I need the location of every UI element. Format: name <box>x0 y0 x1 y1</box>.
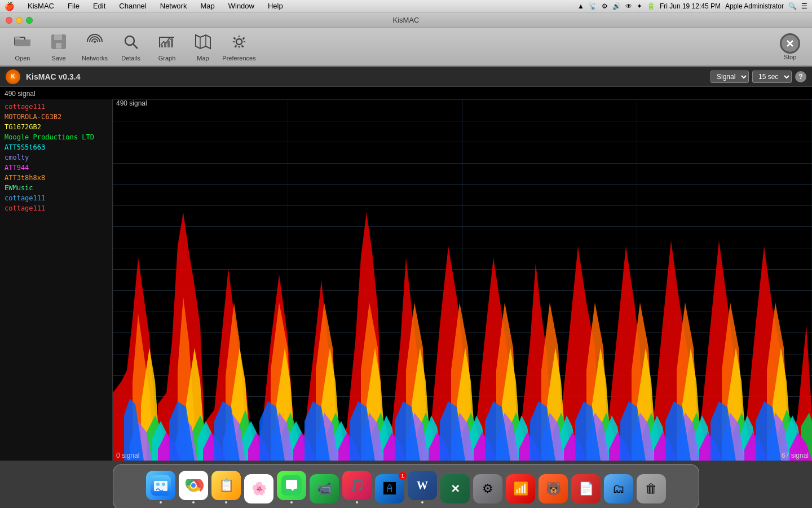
finder-icon[interactable] <box>146 471 175 500</box>
menu-window[interactable]: Window <box>226 2 257 10</box>
graph-icon <box>158 33 176 54</box>
legend-item-att3t8[interactable]: ATT3t8h8x8 <box>0 173 112 183</box>
svg-rect-4 <box>56 43 61 49</box>
legend-item-cmolty[interactable]: cmolty <box>0 152 112 163</box>
dock-item-wifi[interactable]: 📶 <box>506 474 535 503</box>
dock-item-facetime[interactable]: 📹 <box>310 474 339 503</box>
pdf-icon[interactable]: 📄 <box>571 474 601 503</box>
traffic-lights <box>6 17 33 24</box>
details-label: Details <box>121 55 140 62</box>
dock-item-sysprefs[interactable]: ⚙ <box>473 474 502 503</box>
notes-dot <box>225 501 227 503</box>
graph-button[interactable]: Graph <box>150 30 184 63</box>
menu-help[interactable]: Help <box>266 2 285 10</box>
legend-item-cottage111-3[interactable]: cottage111 <box>0 203 112 213</box>
legend-item-motorola[interactable]: MOTOROLA-C63B2 <box>0 112 112 122</box>
dock-item-messages[interactable] <box>277 471 306 503</box>
legend-item-att944[interactable]: ATT944 <box>0 163 112 173</box>
minimize-button[interactable] <box>16 17 23 24</box>
apple-menu[interactable]: 🍎 <box>5 2 14 11</box>
menu-kismac[interactable]: KisMAC <box>25 2 56 10</box>
wifi-icon[interactable]: 📶 <box>506 474 535 503</box>
music-dot <box>356 501 358 503</box>
svg-point-15 <box>236 39 242 45</box>
music-icon[interactable]: 🎵 <box>342 471 372 500</box>
save-icon <box>50 33 68 54</box>
chart-signal-bottom-right: 67 signal <box>782 452 809 459</box>
details-icon <box>122 33 140 54</box>
menu-channel[interactable]: Channel <box>117 2 148 10</box>
menu-file[interactable]: File <box>65 2 82 10</box>
legend-item-cottage111[interactable]: cottage111 <box>0 102 112 112</box>
details-button[interactable]: Details <box>114 30 148 63</box>
dock-item-notes[interactable]: 📋 <box>211 471 241 503</box>
dock-item-files[interactable]: 🗂 <box>604 474 633 503</box>
legend-item-ewmusic[interactable]: EWMusic <box>0 183 112 193</box>
dock-item-chrome[interactable] <box>179 471 208 503</box>
spotlight-icon[interactable]: 🔍 <box>788 2 797 10</box>
app-header: K KisMAC v0.3.4 Signal Noise SNR 5 sec 1… <box>0 67 812 87</box>
dock-item-finder[interactable] <box>146 471 175 503</box>
word-icon[interactable]: W <box>408 471 437 500</box>
dock-item-appstore[interactable]: 🅰 1 <box>375 474 404 503</box>
datetime: Fri Jun 19 12:45 PM <box>660 2 721 10</box>
stop-button[interactable]: Stop <box>774 30 806 63</box>
svg-line-7 <box>133 44 138 49</box>
legend-item-tg1672[interactable]: TG1672GB2 <box>0 122 112 132</box>
battery-icon: 🔋 <box>647 2 655 10</box>
preferences-button[interactable]: Preferences <box>222 30 256 63</box>
open-button[interactable]: Open <box>6 30 39 63</box>
chrome-dot <box>192 501 195 503</box>
dock-item-trash[interactable]: 🗑 <box>637 474 666 503</box>
trash-icon[interactable]: 🗑 <box>637 474 666 503</box>
networks-button[interactable]: Networks <box>78 30 112 63</box>
svg-rect-11 <box>171 38 173 47</box>
chrome-icon[interactable] <box>179 471 208 500</box>
legend-item-moogle[interactable]: Moogle Productions LTD <box>0 132 112 142</box>
stop-label: Stop <box>784 54 797 60</box>
preferences-icon <box>230 33 248 54</box>
networks-icon <box>86 33 104 54</box>
map-icon <box>194 33 212 54</box>
networks-label: Networks <box>82 55 108 62</box>
signal-select[interactable]: Signal Noise SNR <box>710 71 749 83</box>
dock-item-pdf[interactable]: 📄 <box>571 474 601 503</box>
dock-item-music[interactable]: 🎵 <box>342 471 372 503</box>
legend-item-att5s5t[interactable]: ATT5S5t663 <box>0 142 112 152</box>
dock-item-word[interactable]: W <box>408 471 437 503</box>
open-icon <box>14 33 32 54</box>
menu-edit[interactable]: Edit <box>91 2 108 10</box>
legend-item-cottage111-2[interactable]: cottage111 <box>0 193 112 203</box>
maximize-button[interactable] <box>26 17 33 24</box>
menu-map[interactable]: Map <box>198 2 217 10</box>
notes-icon[interactable]: 📋 <box>211 471 241 500</box>
messages-icon[interactable] <box>277 471 306 500</box>
time-machine-icon: ⚙ <box>602 2 608 10</box>
toolbar: Open Save Networks Details Graph Map P <box>0 28 812 67</box>
bear-icon[interactable]: 🐻 <box>539 474 568 503</box>
svg-rect-8 <box>161 45 163 47</box>
wifi-status-icon: 📡 <box>589 2 597 10</box>
save-button[interactable]: Save <box>42 30 76 63</box>
save-label: Save <box>51 55 65 62</box>
notif-icon[interactable]: ☰ <box>801 2 807 10</box>
dock-item-photos[interactable]: 🌸 <box>244 474 273 503</box>
menu-network[interactable]: Network <box>158 2 189 10</box>
bluetooth-icon: ✦ <box>637 2 642 10</box>
map-button[interactable]: Map <box>186 30 220 63</box>
svg-point-143 <box>162 483 165 486</box>
dock-item-excel[interactable]: ✕ <box>440 474 470 503</box>
graph-label: Graph <box>158 55 176 62</box>
files-icon[interactable]: 🗂 <box>604 474 633 503</box>
help-button[interactable]: ? <box>795 71 806 82</box>
svg-point-5 <box>94 41 96 43</box>
screen-icon: 👁 <box>625 2 632 10</box>
close-button[interactable] <box>6 17 12 24</box>
photos-icon[interactable]: 🌸 <box>244 474 273 503</box>
titlebar: KisMAC <box>0 12 812 28</box>
facetime-icon[interactable]: 📹 <box>310 474 339 503</box>
excel-icon[interactable]: ✕ <box>440 474 470 503</box>
time-select[interactable]: 5 sec 10 sec 15 sec 30 sec 1 min <box>752 71 792 83</box>
dock-item-bear[interactable]: 🐻 <box>539 474 568 503</box>
sysprefs-icon[interactable]: ⚙ <box>473 474 502 503</box>
